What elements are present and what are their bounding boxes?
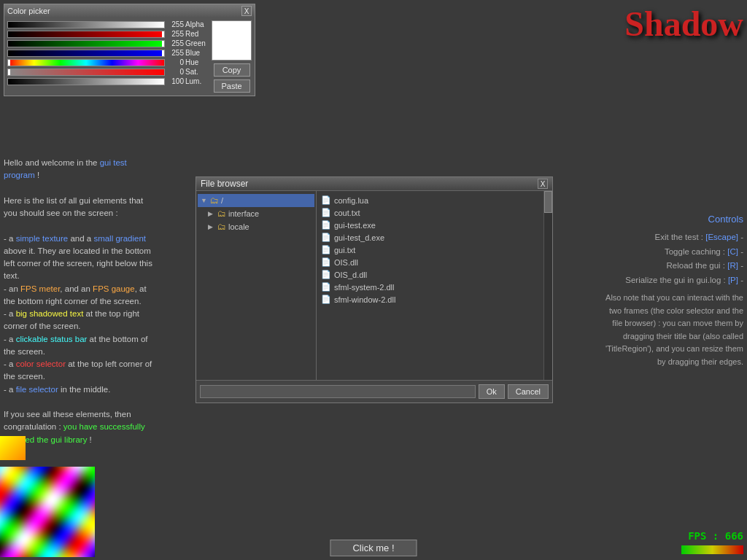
red-value: 255	[166, 30, 184, 38]
file-cout-txt[interactable]: 📄 cout.txt	[318, 206, 542, 219]
color-preview-area: Copy Paste	[212, 20, 252, 93]
folder-interface[interactable]: ▶ 🗂 interface	[198, 207, 314, 220]
file-icon: 📄	[321, 208, 331, 217]
big-shadowed-text-link[interactable]: big shadowed text	[16, 309, 84, 318]
green-value: 255	[166, 39, 184, 47]
controls-note: Also note that you can interact with the…	[597, 292, 743, 369]
scroll-thumb[interactable]	[544, 191, 552, 213]
blue-value: 255	[166, 49, 184, 57]
r-key: [R]	[727, 261, 738, 270]
file-icon: 📄	[321, 233, 331, 242]
blue-slider-row: 255 Blue	[7, 49, 209, 57]
expand-interface-icon: ▶	[208, 210, 215, 217]
color-picker-titlebar[interactable]: Color picker X	[4, 4, 255, 18]
click-me-button[interactable]: Click me !	[330, 540, 417, 556]
controls-title: Controls	[612, 211, 743, 228]
file-label: sfml-window-2.dll	[334, 295, 395, 304]
lum-slider[interactable]	[7, 78, 165, 85]
file-label: sfml-system-2.dll	[334, 283, 395, 292]
elements-list-intro: Here is the list of all gui elements tha…	[4, 195, 157, 220]
file-ois-dll[interactable]: 📄 OIS.dll	[318, 256, 542, 268]
texture-info: - a simple texture and a small gradient …	[4, 233, 157, 283]
main-text-area: Hello and welcome in the gui test progra…	[4, 157, 157, 446]
success-text: If you see all these elements, then cong…	[4, 408, 157, 446]
expand-locale-icon: ▶	[208, 223, 215, 230]
folder-root-icon: 🗂	[210, 195, 219, 206]
sliders-area: 255 Alpha 255 Red 255 Green 255 Blue	[7, 20, 209, 93]
fps-display: FPS : 666	[688, 530, 743, 542]
hue-slider-row: 0 Hue	[7, 58, 209, 66]
file-icon: 📄	[321, 257, 331, 267]
file-config-lua[interactable]: 📄 config.lua	[318, 194, 542, 206]
red-slider[interactable]	[7, 31, 165, 38]
folder-panel[interactable]: ▼ 🗂 / ▶ 🗂 interface ▶ 🗂 locale	[196, 191, 317, 380]
clickable-status-bar-link[interactable]: clickable status bar	[16, 335, 88, 343]
file-sfml-window[interactable]: 📄 sfml-window-2.dll	[318, 293, 542, 306]
file-browser-titlebar[interactable]: File browser X	[196, 177, 552, 190]
folder-locale[interactable]: ▶ 🗂 locale	[198, 220, 314, 233]
fps-info: - an FPS meter, and an FPS gauge, at the…	[4, 283, 157, 308]
file-selector-link[interactable]: file selector	[16, 385, 58, 394]
file-label: OIS.dll	[334, 258, 358, 267]
cancel-button[interactable]: Cancel	[508, 384, 549, 399]
color-selector-link[interactable]: color selector	[16, 359, 66, 368]
green-slider[interactable]	[7, 40, 165, 47]
fps-label: FPS : 666	[688, 530, 743, 542]
folder-root[interactable]: ▼ 🗂 /	[198, 194, 314, 207]
color-picker-body: 255 Alpha 255 Red 255 Green 255 Blue	[4, 18, 255, 96]
controls-serialize: Serialize the gui in gui.log : [P] -	[612, 273, 743, 288]
sat-slider[interactable]	[7, 69, 165, 76]
file-label: config.lua	[334, 196, 368, 205]
file-sfml-system[interactable]: 📄 sfml-system-2.dll	[318, 281, 542, 293]
alpha-slider[interactable]	[7, 21, 165, 28]
file-browser-title: File browser	[201, 179, 248, 189]
ok-button[interactable]: Ok	[479, 384, 505, 399]
folder-locale-label: locale	[228, 222, 249, 231]
fps-meter-link[interactable]: FPS meter	[20, 284, 60, 293]
color-picker-close-button[interactable]: X	[241, 6, 252, 16]
hue-label: Hue	[185, 58, 209, 66]
sat-slider-row: 0 Sat.	[7, 68, 209, 76]
file-icon: 📄	[321, 270, 331, 279]
blue-slider[interactable]	[7, 50, 165, 57]
file-icon: 📄	[321, 282, 331, 292]
file-browser-footer: Ok Cancel	[196, 380, 552, 402]
file-ois-d-dll[interactable]: 📄 OIS_d.dll	[318, 268, 542, 281]
file-gui-test-d-exe[interactable]: 📄 gui-test_d.exe	[318, 231, 542, 244]
c-key: [C]	[727, 247, 738, 256]
paste-button[interactable]: Paste	[214, 79, 250, 93]
fps-gauge-link[interactable]: FPS gauge	[93, 284, 135, 293]
fps-gauge-container	[681, 545, 743, 554]
hue-slider[interactable]	[7, 59, 165, 66]
file-label: gui.txt	[334, 246, 355, 254]
folder-interface-icon: 🗂	[217, 209, 226, 219]
file-gui-test-exe[interactable]: 📄 gui-test.exe	[318, 219, 542, 231]
file-browser-window: File browser X ▼ 🗂 / ▶ 🗂 interface ▶ 🗂 l…	[196, 176, 553, 403]
file-panel[interactable]: 📄 config.lua 📄 cout.txt 📄 gui-test.exe 📄…	[317, 191, 543, 380]
copy-button[interactable]: Copy	[214, 63, 250, 77]
folder-locale-icon: 🗂	[217, 222, 226, 232]
file-label: cout.txt	[334, 209, 360, 217]
lum-value: 100	[166, 77, 184, 85]
escape-key: [Escape]	[705, 233, 738, 241]
file-gui-txt[interactable]: 📄 gui.txt	[318, 244, 542, 256]
file-browser-close-button[interactable]: X	[538, 179, 548, 189]
file-label: OIS_d.dll	[334, 271, 367, 279]
small-gradient-link[interactable]: small gradient	[93, 234, 146, 243]
shadow-title: Shadow	[624, 4, 747, 44]
small-gradient	[0, 436, 26, 460]
file-label: gui-test.exe	[334, 221, 376, 230]
controls-cache: Toggle caching : [C] -	[612, 245, 743, 260]
file-panel-scrollbar[interactable]	[543, 191, 552, 380]
file-selector-info: - a file selector in the middle.	[4, 384, 157, 396]
blue-label: Blue	[185, 49, 209, 57]
color-selector-info: - a color selector at the top left corne…	[4, 358, 157, 384]
red-label: Red	[185, 30, 209, 38]
simple-texture-link[interactable]: simple texture	[16, 234, 69, 243]
file-icon: 📄	[321, 245, 331, 254]
folder-interface-label: interface	[228, 209, 259, 218]
file-icon: 📄	[321, 220, 331, 230]
file-path-input[interactable]	[200, 385, 476, 398]
status-bar-info: - a clickable status bar at the bottom o…	[4, 333, 157, 359]
alpha-label: Alpha	[185, 20, 209, 28]
